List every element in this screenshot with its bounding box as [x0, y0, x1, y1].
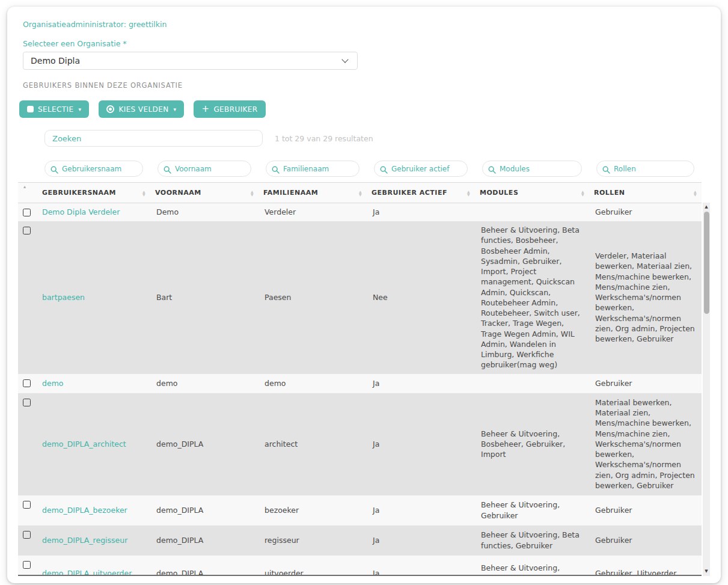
- sort-icon: ▲▼: [359, 190, 362, 196]
- cell-familienaam: Paesen: [258, 221, 367, 374]
- header-gebruikersnaam[interactable]: GEBRUIKERSNAAM ▲▼: [37, 183, 150, 203]
- cell-voornaam: demo_DIPLA: [150, 393, 258, 495]
- header-voornaam[interactable]: VOORNAAM ▲▼: [150, 183, 258, 203]
- search-icon: [50, 165, 58, 176]
- table-body-scroll-area: Demo Dipla Verdeler Demo Verdeler Ja Geb…: [18, 203, 702, 576]
- cell-rollen: Gebruiker: [589, 203, 702, 221]
- filter-modules-input[interactable]: [482, 161, 582, 177]
- users-table: ▴ GEBRUIKERSNAAM ▲▼ VOORNAAM ▲▼ FAMILIEN…: [18, 158, 710, 576]
- cell-rollen: Gebruiker: [589, 495, 702, 525]
- user-link[interactable]: Demo Dipla Verdeler: [42, 207, 120, 216]
- header-modules[interactable]: MODULES ▲▼: [475, 183, 589, 203]
- filter-familienaam-input[interactable]: [266, 161, 359, 177]
- row-checkbox[interactable]: [23, 399, 31, 406]
- caret-down-icon: ▾: [79, 106, 82, 112]
- selectie-button-label: SELECTIE: [38, 105, 74, 114]
- cell-voornaam: Bart: [150, 221, 258, 374]
- cell-actief: Ja: [367, 374, 475, 393]
- organisation-select[interactable]: Demo Dipla: [23, 52, 358, 70]
- cell-rollen: Gebruiker, Uitvoerder: [589, 556, 702, 577]
- cell-rollen: Verdeler, Materiaal bewerken, Materiaal …: [589, 221, 702, 374]
- search-icon: [164, 165, 171, 176]
- sort-icon: ▲▼: [694, 190, 697, 196]
- filter-row: [18, 158, 702, 183]
- toolbar: SELECTIE ▾ KIES VELDEN ▾ + GEBRUIKER: [19, 100, 710, 118]
- cell-voornaam: demo: [150, 374, 258, 393]
- scroll-down-icon[interactable]: ▼: [703, 568, 710, 575]
- cell-actief: Ja: [367, 495, 475, 525]
- section-title: GEBRUIKERS BINNEN DEZE ORGANISATIE: [23, 81, 710, 90]
- sort-icon: ▲▼: [142, 190, 145, 196]
- cell-voornaam: demo_DIPLA: [150, 556, 258, 577]
- table-row: bartpaesen Bart Paesen Nee Beheer & Uitv…: [18, 221, 702, 374]
- search-icon: [380, 165, 388, 176]
- scroll-up-icon[interactable]: ▲: [703, 203, 710, 210]
- search-input[interactable]: [44, 130, 263, 147]
- row-checkbox[interactable]: [23, 227, 31, 234]
- eye-icon: [106, 105, 114, 113]
- organisation-select-value: Demo Dipla: [31, 56, 80, 66]
- filter-gebruiker-actief-input[interactable]: [374, 161, 468, 177]
- search-icon: [602, 165, 610, 176]
- cell-modules: Beheer & Uitvoering, Gebruiker: [475, 495, 589, 525]
- user-link[interactable]: demo: [42, 379, 63, 388]
- cell-familienaam: architect: [258, 393, 367, 495]
- user-link[interactable]: bartpaesen: [42, 293, 85, 302]
- cell-voornaam: demo_DIPLA: [150, 525, 258, 556]
- cell-familienaam: Verdeler: [258, 203, 367, 221]
- cell-modules: Beheer & Uitvoering, Gebruiker: [475, 556, 589, 577]
- user-link[interactable]: demo_DIPLA_bezoeker: [42, 506, 127, 515]
- user-link[interactable]: demo_DIPLA_uitvoerder: [42, 569, 132, 576]
- admin-panel: Organisatieadmininistrator: greettilkin …: [7, 7, 721, 583]
- vertical-scrollbar[interactable]: ▲ ▼: [703, 203, 710, 576]
- header-select-column[interactable]: ▴: [18, 183, 37, 203]
- table-row: demo_DIPLA_architect demo_DIPLA architec…: [18, 393, 702, 495]
- cell-rollen: Gebruiker: [589, 374, 702, 393]
- scrollbar-thumb[interactable]: [704, 212, 709, 314]
- row-checkbox[interactable]: [23, 209, 31, 216]
- filter-rollen-input[interactable]: [596, 161, 694, 177]
- header-familienaam[interactable]: FAMILIENAAM ▲▼: [258, 183, 367, 203]
- sort-icon: ▲▼: [581, 190, 584, 196]
- checkbox-icon: [27, 106, 34, 112]
- cell-voornaam: demo_DIPLA: [150, 495, 258, 525]
- table-row: demo_DIPLA_regisseur demo_DIPLA regisseu…: [18, 525, 702, 556]
- row-checkbox[interactable]: [23, 379, 31, 387]
- header-gebruiker-actief[interactable]: GEBRUIKER ACTIEF ▲▼: [367, 183, 475, 203]
- table-header: ▴ GEBRUIKERSNAAM ▲▼ VOORNAAM ▲▼ FAMILIEN…: [18, 158, 702, 203]
- filter-voornaam-input[interactable]: [158, 161, 251, 177]
- row-checkbox[interactable]: [23, 561, 31, 569]
- cell-modules: Beheer & Uitvoering, Bosbeheer, Gebruike…: [475, 393, 589, 495]
- search-icon: [272, 165, 280, 176]
- filter-gebruikersnaam-input[interactable]: [44, 161, 143, 177]
- kies-velden-button[interactable]: KIES VELDEN ▾: [99, 100, 184, 118]
- table-row: demo_DIPLA_bezoeker demo_DIPLA bezoeker …: [18, 495, 702, 525]
- cell-rollen: Gebruiker: [589, 525, 702, 556]
- sort-icon: ▲▼: [467, 190, 470, 196]
- table-row: Demo Dipla Verdeler Demo Verdeler Ja Geb…: [18, 203, 702, 221]
- header-rollen[interactable]: ROLLEN ▲▼: [589, 183, 702, 203]
- row-checkbox[interactable]: [23, 531, 31, 539]
- cell-familienaam: uitvoerder: [258, 556, 367, 577]
- selectie-button[interactable]: SELECTIE ▾: [19, 100, 89, 118]
- chevron-down-icon: [341, 56, 348, 63]
- cell-familienaam: regisseur: [258, 525, 367, 556]
- table-body: Demo Dipla Verdeler Demo Verdeler Ja Geb…: [18, 203, 702, 576]
- cell-familienaam: bezoeker: [258, 495, 367, 525]
- user-link[interactable]: demo_DIPLA_regisseur: [42, 536, 127, 545]
- cell-modules: [475, 203, 589, 221]
- cell-voornaam: Demo: [150, 203, 258, 221]
- sort-asc-icon: ▴: [23, 184, 26, 189]
- results-count: 1 tot 29 van 29 resultaten: [275, 134, 373, 143]
- organisation-select-label: Selecteer een Organisatie *: [23, 39, 710, 48]
- cell-modules: [475, 374, 589, 393]
- cell-modules: Beheer & Uitvoering, Beta functies, Bosb…: [475, 221, 589, 374]
- kies-velden-button-label: KIES VELDEN: [118, 105, 168, 114]
- sort-icon: ▲▼: [251, 190, 254, 196]
- add-gebruiker-button[interactable]: + GEBRUIKER: [194, 100, 265, 118]
- cell-familienaam: demo: [258, 374, 367, 393]
- cell-actief: Ja: [367, 556, 475, 577]
- row-checkbox[interactable]: [23, 501, 31, 509]
- admin-user-label: Organisatieadmininistrator: greettilkin: [23, 20, 710, 29]
- user-link[interactable]: demo_DIPLA_architect: [42, 440, 126, 449]
